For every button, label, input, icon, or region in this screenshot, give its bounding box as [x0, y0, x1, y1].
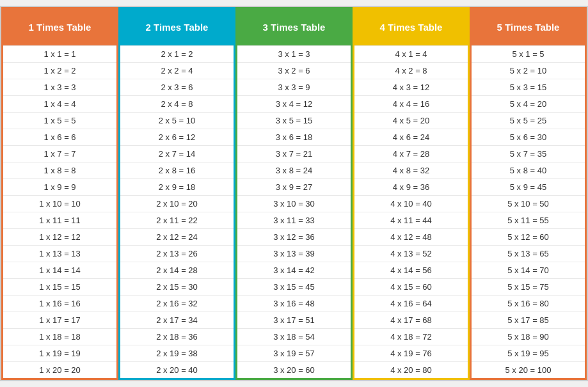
body-3: 3 x 1 = 33 x 2 = 63 x 3 = 93 x 4 = 123 x…: [237, 45, 351, 378]
row-item-5-12: 5 x 12 = 60: [472, 228, 585, 245]
row-item-1-20: 1 x 20 = 20: [3, 361, 116, 378]
row-item-2-12: 2 x 12 = 24: [120, 228, 234, 245]
row-item-4-16: 4 x 16 = 64: [354, 295, 468, 312]
row-item-4-17: 4 x 17 = 68: [354, 312, 468, 328]
column-4: 4 Times Table4 x 1 = 44 x 2 = 84 x 3 = 1…: [353, 7, 470, 380]
row-item-2-2: 2 x 2 = 4: [120, 62, 234, 79]
row-item-3-1: 3 x 1 = 3: [237, 45, 351, 62]
row-item-5-19: 5 x 19 = 95: [472, 345, 585, 361]
row-item-3-3: 3 x 3 = 9: [237, 79, 351, 95]
row-item-4-19: 4 x 19 = 76: [354, 345, 468, 361]
row-item-2-17: 2 x 17 = 34: [120, 312, 234, 328]
row-item-1-15: 1 x 15 = 15: [3, 278, 116, 295]
row-item-1-16: 1 x 16 = 16: [3, 295, 116, 312]
row-item-3-7: 3 x 7 = 21: [237, 145, 351, 162]
row-item-3-15: 3 x 15 = 45: [237, 278, 351, 295]
row-item-4-15: 4 x 15 = 60: [354, 278, 468, 295]
row-item-2-13: 2 x 13 = 26: [120, 245, 234, 262]
row-item-4-12: 4 x 12 = 48: [354, 228, 468, 245]
row-item-1-19: 1 x 19 = 19: [3, 345, 116, 361]
row-item-5-20: 5 x 20 = 100: [472, 361, 585, 378]
row-item-1-6: 1 x 6 = 6: [3, 129, 116, 145]
row-item-1-11: 1 x 11 = 11: [3, 212, 116, 228]
row-item-2-15: 2 x 15 = 30: [120, 278, 234, 295]
times-table-container: 1 Times Table1 x 1 = 11 x 2 = 21 x 3 = 3…: [0, 6, 588, 381]
row-item-2-8: 2 x 8 = 16: [120, 162, 234, 178]
row-item-5-16: 5 x 16 = 80: [472, 295, 585, 312]
row-item-5-18: 5 x 18 = 90: [472, 328, 585, 345]
row-item-1-3: 1 x 3 = 3: [3, 79, 116, 95]
row-item-4-14: 4 x 14 = 56: [354, 262, 468, 278]
header-4: 4 Times Table: [354, 9, 468, 45]
row-item-4-1: 4 x 1 = 4: [354, 45, 468, 62]
row-item-4-18: 4 x 18 = 72: [354, 328, 468, 345]
row-item-5-1: 5 x 1 = 5: [472, 45, 585, 62]
row-item-1-4: 1 x 4 = 4: [3, 95, 116, 112]
header-2: 2 Times Table: [120, 9, 234, 45]
row-item-5-9: 5 x 9 = 45: [472, 178, 585, 195]
row-item-3-5: 3 x 5 = 15: [237, 112, 351, 129]
row-item-3-11: 3 x 11 = 33: [237, 212, 351, 228]
row-item-3-20: 3 x 20 = 60: [237, 361, 351, 378]
row-item-1-17: 1 x 17 = 17: [3, 312, 116, 328]
row-item-5-15: 5 x 15 = 75: [472, 278, 585, 295]
row-item-2-9: 2 x 9 = 18: [120, 178, 234, 195]
row-item-3-18: 3 x 18 = 54: [237, 328, 351, 345]
header-1: 1 Times Table: [3, 9, 116, 45]
row-item-5-10: 5 x 10 = 50: [472, 195, 585, 212]
row-item-1-8: 1 x 8 = 8: [3, 162, 116, 178]
row-item-4-8: 4 x 8 = 32: [354, 162, 468, 178]
row-item-2-20: 2 x 20 = 40: [120, 361, 234, 378]
row-item-5-11: 5 x 11 = 55: [472, 212, 585, 228]
row-item-1-7: 1 x 7 = 7: [3, 145, 116, 162]
row-item-3-12: 3 x 12 = 36: [237, 228, 351, 245]
row-item-1-18: 1 x 18 = 18: [3, 328, 116, 345]
row-item-2-19: 2 x 19 = 38: [120, 345, 234, 361]
body-1: 1 x 1 = 11 x 2 = 21 x 3 = 31 x 4 = 41 x …: [3, 45, 116, 378]
row-item-3-13: 3 x 13 = 39: [237, 245, 351, 262]
row-item-2-1: 2 x 1 = 2: [120, 45, 234, 62]
header-5: 5 Times Table: [472, 9, 585, 45]
row-item-4-10: 4 x 10 = 40: [354, 195, 468, 212]
row-item-5-5: 5 x 5 = 25: [472, 112, 585, 129]
column-2: 2 Times Table2 x 1 = 22 x 2 = 42 x 3 = 6…: [118, 7, 235, 380]
row-item-4-20: 4 x 20 = 80: [354, 361, 468, 378]
row-item-2-7: 2 x 7 = 14: [120, 145, 234, 162]
row-item-4-9: 4 x 9 = 36: [354, 178, 468, 195]
row-item-5-17: 5 x 17 = 85: [472, 312, 585, 328]
row-item-3-9: 3 x 9 = 27: [237, 178, 351, 195]
row-item-2-16: 2 x 16 = 32: [120, 295, 234, 312]
row-item-2-4: 2 x 4 = 8: [120, 95, 234, 112]
row-item-1-14: 1 x 14 = 14: [3, 262, 116, 278]
row-item-4-6: 4 x 6 = 24: [354, 129, 468, 145]
row-item-1-12: 1 x 12 = 12: [3, 228, 116, 245]
body-5: 5 x 1 = 55 x 2 = 105 x 3 = 155 x 4 = 205…: [472, 45, 585, 378]
row-item-2-10: 2 x 10 = 20: [120, 195, 234, 212]
row-item-3-19: 3 x 19 = 57: [237, 345, 351, 361]
column-5: 5 Times Table5 x 1 = 55 x 2 = 105 x 3 = …: [470, 7, 587, 380]
row-item-5-2: 5 x 2 = 10: [472, 62, 585, 79]
row-item-4-4: 4 x 4 = 16: [354, 95, 468, 112]
row-item-1-10: 1 x 10 = 10: [3, 195, 116, 212]
row-item-3-14: 3 x 14 = 42: [237, 262, 351, 278]
row-item-5-13: 5 x 13 = 65: [472, 245, 585, 262]
row-item-5-8: 5 x 8 = 40: [472, 162, 585, 178]
row-item-5-7: 5 x 7 = 35: [472, 145, 585, 162]
row-item-1-9: 1 x 9 = 9: [3, 178, 116, 195]
row-item-4-7: 4 x 7 = 28: [354, 145, 468, 162]
row-item-1-5: 1 x 5 = 5: [3, 112, 116, 129]
row-item-1-13: 1 x 13 = 13: [3, 245, 116, 262]
row-item-5-3: 5 x 3 = 15: [472, 79, 585, 95]
row-item-5-4: 5 x 4 = 20: [472, 95, 585, 112]
row-item-4-11: 4 x 11 = 44: [354, 212, 468, 228]
column-3: 3 Times Table3 x 1 = 33 x 2 = 63 x 3 = 9…: [235, 7, 353, 380]
row-item-4-5: 4 x 5 = 20: [354, 112, 468, 129]
header-3: 3 Times Table: [237, 9, 351, 45]
row-item-5-14: 5 x 14 = 70: [472, 262, 585, 278]
row-item-4-2: 4 x 2 = 8: [354, 62, 468, 79]
body-2: 2 x 1 = 22 x 2 = 42 x 3 = 62 x 4 = 82 x …: [120, 45, 234, 378]
row-item-3-17: 3 x 17 = 51: [237, 312, 351, 328]
column-1: 1 Times Table1 x 1 = 11 x 2 = 21 x 3 = 3…: [1, 7, 118, 380]
row-item-2-3: 2 x 3 = 6: [120, 79, 234, 95]
row-item-3-10: 3 x 10 = 30: [237, 195, 351, 212]
